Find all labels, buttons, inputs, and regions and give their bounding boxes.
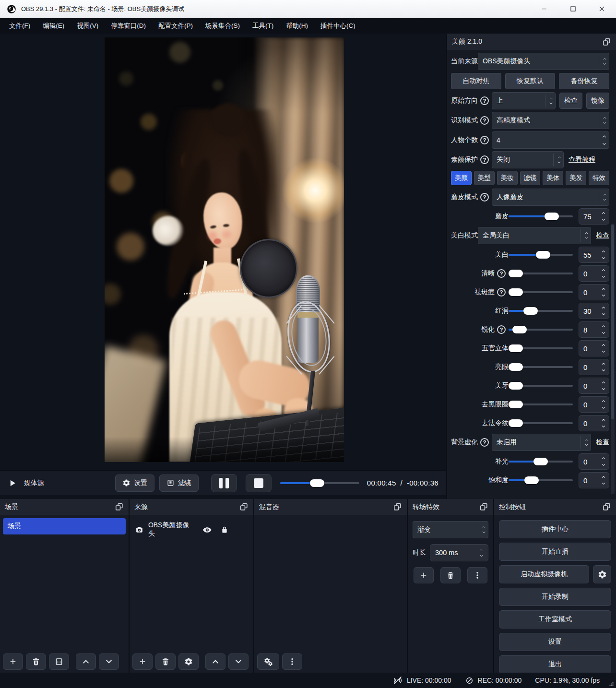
- whiten-slider[interactable]: [509, 254, 573, 256]
- stop-button[interactable]: [246, 474, 272, 492]
- beauty-scrollbar-thumb[interactable]: [611, 225, 614, 419]
- scene-filters-button[interactable]: [49, 653, 69, 670]
- menu-item-view[interactable]: 视图(V): [71, 19, 105, 33]
- autofocus-button[interactable]: 自动对焦: [451, 73, 501, 89]
- orientation-check-button[interactable]: 检查: [559, 93, 582, 109]
- dark-circle-slider-thumb[interactable]: [509, 401, 523, 408]
- remove-transition-button[interactable]: [440, 567, 461, 583]
- whiten-slider-thumb[interactable]: [536, 251, 550, 259]
- tab-filter[interactable]: 滤镜: [520, 171, 541, 185]
- saturation-slider-thumb[interactable]: [524, 476, 539, 484]
- play-icon[interactable]: [8, 478, 17, 488]
- help-icon[interactable]: ?: [480, 155, 489, 164]
- nasolabial-slider[interactable]: [509, 422, 573, 424]
- bg-blur-check-link[interactable]: 检查: [596, 438, 609, 447]
- bareface-protect-view-tutorial-link[interactable]: 查看教程: [569, 155, 595, 164]
- teeth-spinner[interactable]: 0: [579, 378, 609, 394]
- duration-spinner[interactable]: 300 ms: [430, 544, 488, 561]
- popout-icon[interactable]: [602, 502, 611, 511]
- clarity-slider[interactable]: [509, 273, 573, 274]
- remove-source-button[interactable]: [155, 653, 176, 670]
- source-properties-button[interactable]: [178, 653, 199, 670]
- settings-button[interactable]: 设置: [499, 633, 611, 651]
- orientation-mirror-button[interactable]: 镜像: [586, 93, 609, 109]
- plugin-center-button[interactable]: 插件中心: [499, 520, 611, 538]
- popout-icon[interactable]: [239, 502, 249, 511]
- restore-default-button[interactable]: 恢复默认: [505, 73, 556, 89]
- start-vcam-button[interactable]: 启动虚拟摄像机: [499, 565, 589, 583]
- lock-icon[interactable]: [221, 526, 228, 534]
- help-icon[interactable]: ?: [480, 438, 489, 447]
- current-source-select[interactable]: OBS美颜摄像头: [478, 53, 609, 70]
- whiten-mode-select[interactable]: 全局美白: [478, 227, 591, 244]
- beauty-scrollbar[interactable]: [611, 224, 615, 494]
- menu-item-dock[interactable]: 停靠窗口(D): [105, 19, 152, 33]
- eye-icon[interactable]: [202, 525, 212, 535]
- sharpen-spinner[interactable]: 8: [579, 321, 609, 338]
- seek-slider[interactable]: [280, 482, 359, 484]
- advanced-audio-button[interactable]: [257, 653, 279, 670]
- rosy-slider-thumb[interactable]: [523, 307, 538, 315]
- menu-item-file[interactable]: 文件(F): [3, 19, 36, 33]
- popout-icon[interactable]: [393, 502, 402, 511]
- dark-circle-slider[interactable]: [509, 403, 573, 405]
- help-icon[interactable]: ?: [480, 116, 489, 125]
- menu-item-help[interactable]: 帮助(H): [280, 19, 314, 33]
- menu-item-tools[interactable]: 工具(T): [246, 19, 280, 33]
- anti-acne-slider[interactable]: [509, 291, 573, 293]
- exit-button[interactable]: 退出: [499, 655, 611, 674]
- orientation-select[interactable]: 上: [492, 92, 556, 109]
- bright-eye-slider[interactable]: [509, 366, 573, 368]
- help-icon[interactable]: ?: [497, 288, 506, 297]
- bright-eye-spinner[interactable]: 0: [579, 359, 609, 375]
- source-item-obs-beauty-camera[interactable]: OBS美颜摄像头: [135, 521, 248, 538]
- smooth-slider[interactable]: [509, 215, 573, 217]
- bg-blur-select[interactable]: 未启用: [492, 434, 591, 451]
- popout-icon[interactable]: [115, 502, 124, 511]
- scene-down-button[interactable]: [99, 653, 119, 670]
- nasolabial-spinner[interactable]: 0: [579, 415, 609, 431]
- popout-icon[interactable]: [479, 502, 488, 511]
- teeth-slider[interactable]: [509, 385, 573, 387]
- clarity-slider-thumb[interactable]: [509, 270, 523, 277]
- transition-select[interactable]: 渐变: [413, 521, 488, 538]
- scene-item-scene[interactable]: 场景: [3, 518, 126, 534]
- saturation-slider[interactable]: [509, 479, 573, 481]
- pause-button[interactable]: [211, 474, 237, 492]
- tab-body[interactable]: 美体: [543, 171, 563, 185]
- sharpen-slider[interactable]: [509, 329, 573, 331]
- detect-mode-select[interactable]: 高精度模式: [492, 112, 609, 129]
- vcam-config-button[interactable]: [593, 565, 611, 583]
- bareface-protect-select[interactable]: 关闭: [492, 151, 564, 168]
- fill-light-spinner[interactable]: 0: [579, 453, 609, 470]
- teeth-slider-thumb[interactable]: [509, 382, 523, 390]
- help-icon[interactable]: ?: [497, 325, 506, 334]
- fill-light-slider[interactable]: [509, 461, 573, 463]
- remove-scene-button[interactable]: [26, 653, 46, 670]
- rosy-spinner[interactable]: 30: [579, 303, 609, 319]
- start-stream-button[interactable]: 开始直播: [499, 543, 611, 561]
- facial-3d-spinner[interactable]: 0: [579, 340, 609, 356]
- whiten-spinner[interactable]: 55: [579, 247, 609, 263]
- saturation-spinner[interactable]: 0: [579, 472, 609, 488]
- dark-circle-spinner[interactable]: 0: [579, 396, 609, 413]
- tab-makeup[interactable]: 美妆: [497, 171, 518, 185]
- source-up-button[interactable]: [205, 653, 225, 670]
- fill-light-slider-thumb[interactable]: [533, 458, 548, 465]
- sharpen-slider-thumb[interactable]: [512, 326, 527, 333]
- nasolabial-slider-thumb[interactable]: [509, 419, 523, 427]
- close-button[interactable]: [587, 0, 616, 18]
- media-settings-button[interactable]: 设置: [115, 474, 154, 492]
- tab-effects[interactable]: 特效: [589, 171, 609, 185]
- popout-icon[interactable]: [602, 37, 611, 47]
- bright-eye-slider-thumb[interactable]: [509, 363, 523, 371]
- menu-item-profile[interactable]: 配置文件(P): [152, 19, 199, 33]
- smooth-mode-select[interactable]: 人像磨皮: [492, 189, 609, 206]
- help-icon[interactable]: ?: [480, 136, 489, 144]
- anti-acne-slider-thumb[interactable]: [509, 288, 523, 296]
- person-count-spinner[interactable]: 4: [492, 131, 609, 149]
- studio-mode-button[interactable]: 工作室模式: [499, 610, 611, 629]
- add-source-button[interactable]: [132, 653, 153, 670]
- tab-hair[interactable]: 美发: [566, 171, 586, 185]
- help-icon[interactable]: ?: [497, 269, 506, 278]
